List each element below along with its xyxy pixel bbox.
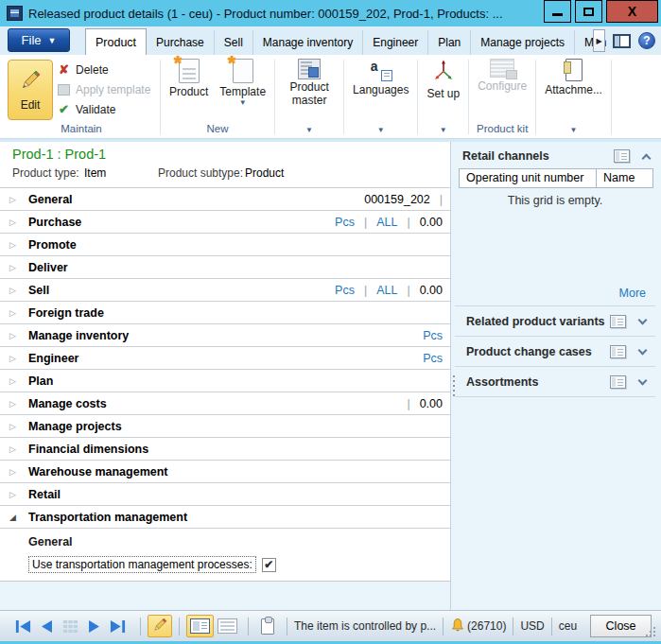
tab-engineer[interactable]: Engineer (363, 30, 428, 55)
section-foreign-trade[interactable]: ▷Foreign trade (0, 302, 450, 324)
tab-manage-projects[interactable]: Manage projects (471, 30, 575, 55)
field-link[interactable]: Pcs (335, 284, 355, 297)
transport-checkbox[interactable]: ✔ (262, 558, 276, 572)
section-label: Deliver (28, 261, 68, 274)
section-label: Purchase (28, 216, 81, 229)
ribbon-tabs: ProductPurchaseSellManage inventoryEngin… (85, 26, 606, 55)
grid-nav-icon[interactable] (62, 620, 78, 633)
form-view-button[interactable] (186, 615, 214, 637)
chevron-down-icon: ▼ (440, 126, 447, 134)
set-up-button[interactable]: Set up (421, 59, 465, 100)
group-label-maintain: Maintain (6, 122, 157, 138)
ribbon-separator (468, 60, 469, 134)
chevron-down-icon[interactable] (638, 315, 648, 324)
open-grid-icon[interactable] (610, 315, 626, 328)
section-label: Plan (28, 374, 53, 388)
field-link[interactable]: ALL (376, 284, 397, 297)
section-engineer[interactable]: ▷EngineerPcs (0, 347, 450, 370)
section-manage-projects[interactable]: ▷Manage projects (0, 415, 450, 438)
product-master-button[interactable]: Product master (278, 59, 340, 108)
delete-button[interactable]: ✘ Delete (57, 61, 157, 78)
tab-plan[interactable]: Plan (428, 30, 471, 55)
next-record-icon[interactable] (86, 620, 102, 633)
section-purchase[interactable]: ▷PurchasePcs|ALL|0.00 (0, 211, 450, 234)
edit-mode-button[interactable] (148, 615, 172, 637)
attachments-button[interactable]: Attachme... (539, 59, 608, 96)
configure-button[interactable]: Configure (472, 59, 532, 93)
ribbon-group-product-master: Product master ▼ (278, 55, 340, 138)
section-general[interactable]: ▷General000159_202| (0, 188, 450, 211)
set-up-dropdown[interactable]: ▼ (421, 122, 465, 138)
chevron-up-icon[interactable] (642, 153, 652, 163)
new-template-button[interactable]: * Template ▼ (214, 59, 271, 106)
resize-grip[interactable] (646, 635, 648, 636)
ribbon-group-languages: a Languages ▼ (347, 55, 414, 138)
section-manage-costs[interactable]: ▷Manage costs|0.00 (0, 392, 450, 415)
set-up-icon (432, 59, 455, 85)
open-grid-icon[interactable] (610, 375, 626, 389)
open-grid-icon[interactable] (614, 149, 630, 163)
field-link[interactable]: Pcs (335, 216, 355, 229)
factbox-related-product-variants[interactable]: Related product variants (455, 306, 655, 337)
languages-button[interactable]: a Languages (347, 59, 414, 96)
help-icon[interactable]: ? (638, 32, 655, 49)
tab-scroll-right-button[interactable]: ▶ (593, 29, 605, 52)
factbox-product-change-cases[interactable]: Product change cases (455, 337, 655, 367)
validate-button[interactable]: ✔ Validate (57, 100, 157, 118)
group-label-product-kit: Product kit (472, 122, 532, 138)
chevron-down-icon[interactable] (638, 375, 648, 385)
edit-button[interactable]: Edit (8, 60, 53, 120)
field-link[interactable]: Pcs (423, 329, 443, 342)
product-subtype-label: Product subtype: (158, 166, 245, 180)
ribbon-group-set-up: Set up ▼ (421, 55, 465, 138)
chevron-down-icon[interactable] (638, 345, 648, 355)
open-grid-icon[interactable] (610, 345, 626, 358)
section-retail[interactable]: ▷Retail (0, 483, 450, 506)
product-master-dropdown[interactable]: ▼ (278, 122, 340, 138)
currency-indicator[interactable]: USD (520, 619, 544, 633)
tab-manage-inventory[interactable]: Manage inventory (253, 30, 363, 55)
column-header-operating-unit[interactable]: Operating unit number (459, 168, 597, 188)
field-value: 000159_202 (364, 193, 430, 206)
close-window-button[interactable]: X (606, 0, 658, 23)
new-product-button[interactable]: * Product (164, 59, 214, 98)
more-link[interactable]: More (619, 287, 646, 300)
attachments-dropdown[interactable]: ▼ (539, 122, 608, 138)
product-type-label: Product type: (12, 166, 84, 180)
notifications-button[interactable]: (26710) (450, 618, 506, 635)
languages-dropdown[interactable]: ▼ (347, 122, 414, 138)
section-financial-dimensions[interactable]: ▷Financial dimensions (0, 438, 450, 461)
factbox-drag-handle[interactable] (453, 375, 455, 377)
section-plan[interactable]: ▷Plan (0, 370, 450, 392)
last-record-icon[interactable] (110, 620, 126, 633)
section-sell[interactable]: ▷SellPcs|ALL|0.00 (0, 279, 450, 302)
section-transportation-management[interactable]: ◢Transportation management (0, 506, 450, 529)
apply-template-button[interactable]: Apply template (57, 80, 157, 98)
section-manage-inventory[interactable]: ▷Manage inventoryPcs (0, 324, 450, 347)
product-master-icon (298, 59, 321, 79)
field-link[interactable]: Pcs (423, 352, 443, 365)
section-label: Manage projects (28, 420, 122, 433)
section-warehouse-management[interactable]: ▷Warehouse management (0, 461, 450, 483)
factbox-assortments[interactable]: Assortments (455, 367, 655, 397)
paste-button[interactable] (255, 615, 280, 637)
first-record-icon[interactable] (15, 620, 31, 633)
divider (179, 618, 180, 635)
previous-record-icon[interactable] (39, 620, 55, 633)
expand-arrow-icon: ▷ (9, 490, 28, 499)
factbox-toggle-icon[interactable] (613, 34, 631, 48)
product-type-value: Item (84, 166, 158, 180)
close-button[interactable]: Close (590, 615, 652, 637)
field-link[interactable]: ALL (376, 216, 397, 229)
tab-product[interactable]: Product (85, 28, 147, 55)
minimize-button[interactable] (544, 0, 571, 23)
grid-view-button[interactable] (214, 615, 241, 637)
check-icon: ✔ (57, 102, 71, 116)
company-indicator[interactable]: ceu (559, 619, 577, 633)
file-menu-button[interactable]: File ▼ (8, 28, 70, 52)
section-deliver[interactable]: ▷Deliver (0, 256, 450, 279)
section-promote[interactable]: ▷Promote (0, 234, 450, 256)
column-header-name[interactable]: Name (597, 168, 653, 188)
maximize-button[interactable] (575, 0, 602, 23)
clipboard-icon (261, 618, 274, 635)
